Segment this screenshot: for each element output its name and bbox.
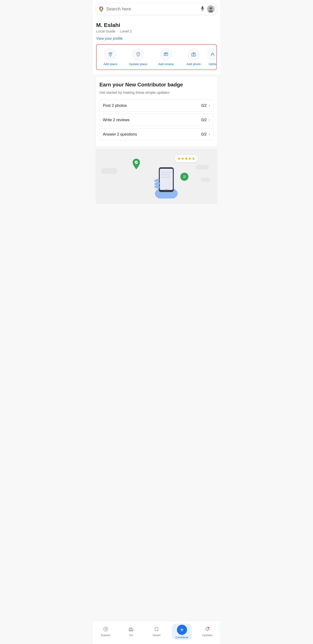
contribute-label: Contribute (175, 636, 188, 639)
local-guide-label: Local Guide (96, 29, 115, 33)
updates-icon (205, 627, 210, 633)
add-photo-action[interactable]: Add photo (180, 47, 207, 68)
level-value: Level 2 (120, 29, 132, 33)
nav-saved[interactable]: Saved (144, 626, 169, 638)
go-label: Go (129, 634, 133, 637)
add-place-action[interactable]: Add place (97, 47, 124, 68)
add-photo-icon-circle (188, 48, 199, 60)
dot-separator: · (117, 29, 118, 33)
phone-hand-illustration (150, 162, 183, 199)
add-review-label: Add review (158, 62, 174, 66)
saved-label: Saved (153, 634, 160, 637)
svg-point-26 (135, 161, 138, 164)
add-review-action[interactable]: Add review (152, 47, 180, 68)
task-write-reviews[interactable]: Write 2 reviews 0/2 › (99, 114, 214, 126)
avatar[interactable] (207, 5, 215, 13)
illustration-card: ★★★★★ = (96, 148, 217, 204)
user-level-text: Local Guide · Level 2 (96, 29, 217, 34)
mic-icon[interactable] (200, 6, 205, 12)
go-icon (129, 627, 134, 633)
quick-actions-container: Add place Update place (96, 44, 217, 70)
svg-rect-29 (160, 169, 173, 190)
update-road-label-partial: Upda... (208, 62, 216, 66)
user-name: M. Eslahi (96, 22, 217, 28)
task-post-photos-progress: 0/2 (201, 103, 207, 108)
contribute-plus-button[interactable] (177, 625, 187, 635)
add-place-icon-circle (105, 48, 116, 60)
saved-icon (154, 627, 159, 633)
task-write-reviews-chevron: › (209, 118, 210, 122)
illustration-inner: ★★★★★ = (99, 153, 214, 199)
task-post-photos-label: Post 2 photos (103, 103, 127, 108)
map-pin-illustration (131, 158, 141, 170)
task-answer-questions-chevron: › (209, 132, 210, 136)
update-place-icon-circle (132, 48, 144, 60)
task-write-reviews-label: Write 2 reviews (103, 118, 130, 122)
search-input[interactable] (106, 6, 198, 12)
nav-go[interactable]: Go (118, 626, 144, 638)
svg-point-22 (193, 54, 194, 55)
search-bar[interactable] (96, 3, 217, 15)
cloud-right (196, 165, 209, 169)
search-bar-container (93, 0, 220, 17)
task-answer-questions-right: 0/2 › (201, 132, 210, 136)
badge-card: Earn your New Contributor badge Get star… (96, 77, 217, 147)
explore-label: Explore (101, 634, 110, 637)
task-write-reviews-progress: 0/2 (201, 118, 207, 122)
badge-card-title: Earn your New Contributor badge (99, 81, 214, 88)
add-place-label: Add place (104, 62, 117, 66)
task-answer-questions-progress: 0/2 (201, 132, 207, 136)
task-answer-questions-label: Answer 2 questions (103, 132, 137, 136)
explore-icon (103, 627, 108, 633)
task-write-reviews-right: 0/2 › (201, 118, 210, 122)
update-place-label: Update place (129, 62, 147, 66)
nav-explore[interactable]: Explore (93, 626, 118, 638)
badge-card-subtitle: Get started by making these simple updat… (99, 90, 214, 95)
task-post-photos-right: 0/2 › (201, 103, 210, 108)
nav-updates[interactable]: Updates (195, 626, 220, 638)
nav-contribute[interactable]: Contribute (169, 623, 195, 641)
updates-label: Updates (202, 634, 212, 637)
google-maps-logo-icon (98, 6, 104, 12)
cloud-bottom-right (200, 178, 210, 182)
add-photo-label: Add photo (187, 62, 201, 66)
svg-point-0 (100, 8, 102, 10)
svg-point-33 (165, 190, 167, 191)
task-post-photos-chevron: › (209, 104, 210, 108)
view-profile-link[interactable]: View your profile (96, 36, 123, 41)
add-review-icon-circle (160, 48, 172, 60)
task-post-photos[interactable]: Post 2 photos 0/2 › (99, 100, 214, 112)
profile-section: M. Eslahi Local Guide · Level 2 View you… (93, 17, 220, 74)
stars-bubble: ★★★★★ (175, 155, 198, 162)
cloud-left (101, 168, 117, 174)
update-place-action[interactable]: Update place (124, 47, 152, 68)
task-answer-questions[interactable]: Answer 2 questions 0/2 › (99, 128, 214, 140)
bottom-nav: Explore Go Saved (93, 621, 220, 644)
update-road-icon-circle (207, 48, 216, 60)
update-road-action[interactable]: Upda... (207, 47, 216, 68)
